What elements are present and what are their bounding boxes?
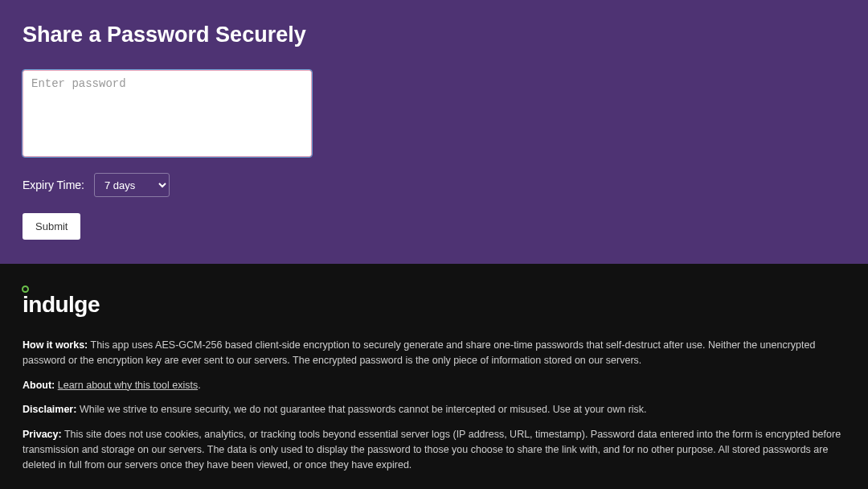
how-it-works-label: How it works: — [23, 339, 88, 351]
main-panel: Share a Password Securely Expiry Time: 7… — [0, 0, 868, 264]
how-it-works-text: This app uses AES-GCM-256 based client-s… — [23, 339, 815, 366]
disclaimer-paragraph: Disclaimer: While we strive to ensure se… — [23, 402, 845, 417]
page-title: Share a Password Securely — [23, 23, 845, 47]
how-it-works-paragraph: How it works: This app uses AES-GCM-256 … — [23, 338, 845, 368]
privacy-paragraph: Privacy: This site does not use cookies,… — [23, 427, 845, 472]
privacy-text: This site does not use cookies, analytic… — [23, 429, 841, 471]
footer-logo-label: indulge — [23, 292, 100, 317]
privacy-label: Privacy: — [23, 429, 62, 440]
submit-button[interactable]: Submit — [23, 213, 80, 240]
expiry-label: Expiry Time: — [23, 179, 84, 191]
expiry-select[interactable]: 7 days — [94, 173, 170, 197]
expiry-row: Expiry Time: 7 days — [23, 173, 845, 197]
disclaimer-text: While we strive to ensure security, we d… — [76, 404, 646, 415]
logo-dot-icon — [22, 286, 29, 293]
password-input[interactable] — [23, 70, 312, 157]
footer-logo: indulge — [23, 288, 845, 322]
about-paragraph: About: Learn about why this tool exists. — [23, 378, 845, 393]
about-suffix: . — [198, 380, 200, 391]
about-link[interactable]: Learn about why this tool exists — [58, 380, 198, 391]
footer-logo-text: indulge — [23, 288, 100, 322]
about-label: About: — [23, 380, 55, 391]
footer: indulge How it works: This app uses AES-… — [0, 264, 868, 489]
disclaimer-label: Disclaimer: — [23, 404, 76, 415]
